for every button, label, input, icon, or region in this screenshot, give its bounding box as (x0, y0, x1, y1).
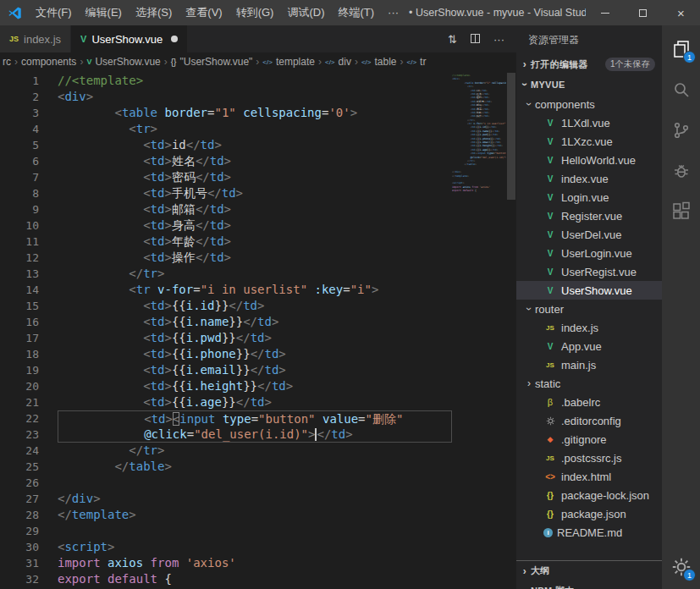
settings-gear-icon[interactable]: 1 (662, 547, 700, 587)
code-line[interactable]: 31import axios from 'axios' (0, 555, 452, 571)
code-line[interactable]: 24 </tr> (0, 443, 452, 459)
tree-item-Register.vue[interactable]: VRegister.vue (516, 206, 662, 225)
menu-item-2[interactable]: 选择(S) (129, 0, 179, 25)
source-control-icon[interactable] (662, 110, 700, 151)
tree-item-package-lock.json[interactable]: {}package-lock.json (516, 486, 662, 504)
tab-UserShow.vue[interactable]: VUserShow.vue (71, 25, 187, 52)
tree-item-1LXdl.vue[interactable]: V1LXdl.vue (516, 113, 662, 132)
close-button[interactable]: × (662, 0, 700, 25)
tree-item-router[interactable]: ›router (516, 300, 662, 318)
code-line[interactable]: 27</div> (0, 491, 452, 507)
code-line[interactable]: 25 </table> (0, 459, 452, 475)
tree-item-index.vue[interactable]: Vindex.vue (516, 169, 662, 188)
tree-item-static[interactable]: ›static (516, 374, 662, 393)
tree-item-dot-gitignore[interactable]: ◆.gitignore (516, 430, 662, 449)
outline-section[interactable]: › 大纲 (516, 560, 662, 581)
code-line[interactable]: 8 <td>手机号</td> (0, 185, 452, 201)
tree-item-components[interactable]: ›components (516, 95, 662, 113)
tree-item-UserDel.vue[interactable]: VUserDel.vue (516, 225, 662, 244)
search-icon[interactable] (662, 69, 700, 110)
tree-item-main.js[interactable]: JSmain.js (516, 355, 662, 374)
vue-file-icon: V (543, 118, 557, 128)
code-line[interactable]: 17 <td>{{i.pwd}}</td> (0, 330, 452, 346)
npm-scripts-section[interactable]: › NPM 脚本 (516, 581, 662, 589)
tree-item-UserShow.vue[interactable]: VUserShow.vue (516, 281, 662, 300)
code-line[interactable]: 11 <td>年龄</td> (0, 234, 452, 250)
explorer-icon[interactable]: 1 (662, 29, 700, 69)
code-line[interactable]: 29 (0, 523, 452, 539)
scrollbar-thumb[interactable] (507, 73, 515, 200)
breadcrumb-item-UserShowvue[interactable]: VUserShow.vue (86, 56, 160, 68)
code-line[interactable]: 6 <td>姓名</td> (0, 153, 452, 169)
menu-item-7[interactable]: ··· (381, 0, 405, 25)
chevron-down-icon: › (523, 98, 535, 110)
menu-item-4[interactable]: 转到(G) (229, 0, 281, 25)
tree-item-README.md[interactable]: iREADME.md (516, 523, 662, 542)
minimize-button[interactable] (586, 0, 624, 25)
tree-item-index.html[interactable]: <>index.html (516, 467, 662, 486)
line-content: </template> (58, 507, 452, 523)
tree-item-UserLogin.vue[interactable]: VUserLogin.vue (516, 244, 662, 262)
toggle-editors-icon[interactable]: ⇅ (448, 33, 457, 46)
open-editors-section[interactable]: › 打开的编辑器 1个未保存 (516, 54, 662, 74)
more-actions-icon[interactable]: ··· (493, 33, 504, 46)
tree-item-package.json[interactable]: {}package.json (516, 504, 662, 523)
tree-item-dot-postcssrc.js[interactable]: JS.postcssrc.js (516, 449, 662, 467)
tree-item-App.vue[interactable]: VApp.vue (516, 337, 662, 355)
breadcrumb-item-rc[interactable]: rc (3, 56, 11, 68)
code-line[interactable]: 28</template> (0, 507, 452, 523)
project-section-header[interactable]: › MYVUE (516, 74, 662, 95)
tree-item-UserRegist.vue[interactable]: VUserRegist.vue (516, 262, 662, 281)
js-file-icon: JS (543, 361, 557, 369)
breadcrumb-item-tr[interactable]: </>tr (407, 56, 427, 68)
code-line[interactable]: 10 <td>身高</td> (0, 217, 452, 234)
code-line[interactable]: 14 <tr v-for="i in userlist" :key="i"> (0, 282, 452, 298)
code-line[interactable]: 2<div> (0, 89, 452, 105)
code-line[interactable]: 5 <td>id</td> (0, 137, 452, 153)
menu-item-5[interactable]: 调试(D) (280, 0, 331, 25)
code-line[interactable]: 18 <td>{{i.phone}}</td> (0, 346, 452, 362)
tree-item-1LXzc.vue[interactable]: V1LXzc.vue (516, 132, 662, 151)
tree-item-Login.vue[interactable]: VLogin.vue (516, 188, 662, 206)
minimap[interactable]: //<template><div> <table border="1" cell… (452, 71, 506, 589)
code-line[interactable]: 1//<template> (0, 73, 452, 89)
code-line[interactable]: 3 <table border="1" cellspacing='0'> (0, 105, 452, 121)
code-line[interactable]: 26 (0, 475, 452, 491)
editor-scrollbar (506, 71, 516, 589)
code-area[interactable]: 1//<template>2<div>3 <table border="1" c… (0, 71, 452, 589)
code-line[interactable]: 9 <td>邮箱</td> (0, 201, 452, 217)
menu-item-3[interactable]: 查看(V) (179, 0, 229, 25)
code-line[interactable]: 21 <td>{{i.age}}</td> (0, 394, 452, 410)
code-line[interactable]: 22 <td><input type="button" value="删除" (0, 410, 452, 427)
breadcrumb-item-table[interactable]: </>table (361, 56, 397, 68)
extensions-icon[interactable] (662, 191, 700, 232)
breadcrumb-item-components[interactable]: components (21, 56, 76, 68)
code-line[interactable]: 20 <td>{{i.height}}</td> (0, 378, 452, 394)
line-content: <td>{{i.name}}</td> (58, 314, 452, 330)
split-editor-icon[interactable] (471, 33, 480, 46)
tree-item-dot-editorconfig[interactable]: .editorconfig (516, 411, 662, 430)
tree-item-index.js[interactable]: JSindex.js (516, 318, 662, 337)
code-line[interactable]: 30<script> (0, 539, 452, 555)
code-line[interactable]: 7 <td>密码</td> (0, 169, 452, 185)
code-line[interactable]: 4 <tr> (0, 121, 452, 137)
code-line[interactable]: 16 <td>{{i.name}}</td> (0, 314, 452, 330)
code-line[interactable]: 19 <td>{{i.email}}</td> (0, 362, 452, 378)
breadcrumb-item-div[interactable]: </>div (325, 56, 351, 68)
tree-item-HelloWorld.vue[interactable]: VHelloWorld.vue (516, 151, 662, 169)
menu-item-6[interactable]: 终端(T) (331, 0, 381, 25)
tab-index.js[interactable]: JSindex.js (0, 25, 71, 52)
menu-item-1[interactable]: 编辑(E) (79, 0, 129, 25)
code-line[interactable]: 32export default { (0, 571, 452, 587)
code-line[interactable]: 15 <td>{{i.id}}</td> (0, 298, 452, 314)
line-content: <td>{{i.height}}</td> (58, 378, 452, 394)
code-line[interactable]: 12 <td>操作</td> (0, 250, 452, 266)
maximize-button[interactable] (624, 0, 662, 25)
code-line[interactable]: 23 @click="del_user(i.id)"></td> (0, 427, 452, 443)
menu-item-0[interactable]: 文件(F) (29, 0, 79, 25)
breadcrumb-item-template[interactable]: </>template (262, 56, 315, 68)
debug-icon[interactable] (662, 151, 700, 191)
tree-item-dot-babelrc[interactable]: β.babelrc (516, 393, 662, 411)
code-line[interactable]: 13 </tr> (0, 266, 452, 282)
breadcrumb-item-UserShowvue[interactable]: {}"UserShow.vue" (171, 56, 253, 68)
